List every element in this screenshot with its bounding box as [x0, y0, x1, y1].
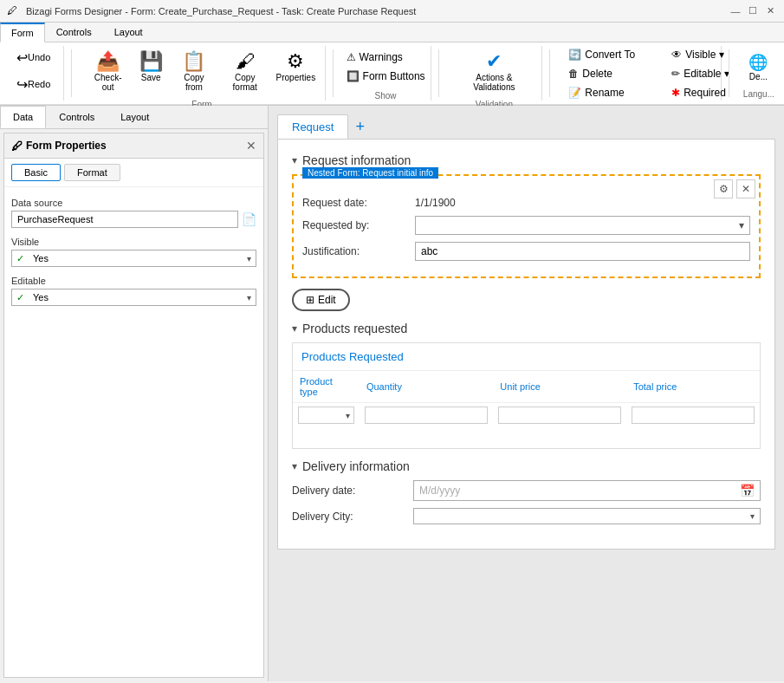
visible-select-wrapper: Yes No ✓ [11, 250, 256, 267]
panel-tab-controls[interactable]: Controls [46, 106, 107, 128]
warnings-label: Warnings [360, 51, 403, 63]
editable-label: Editable ▾ [684, 68, 729, 80]
copy-format-label: Copy format [226, 73, 264, 92]
copy-format-btn[interactable]: 🖌 Copy format [220, 46, 270, 96]
maximize-btn[interactable]: ☐ [746, 4, 760, 18]
redo-btn[interactable]: ↪ Redo [10, 72, 56, 97]
delivery-date-input[interactable]: M/d/yyyy 📅 [413, 480, 761, 501]
sep2 [333, 49, 334, 97]
quantity-input[interactable] [365, 407, 488, 424]
ribbon-tabs: Form Controls Layout [0, 23, 784, 42]
main-area: Request + ▾ Request information Nested F… [269, 106, 784, 681]
add-tab-btn[interactable]: + [355, 118, 365, 136]
delivery-city-arrow: ▾ [750, 511, 755, 521]
col-total-price: Total price [626, 371, 760, 403]
nested-delete-btn[interactable]: ✕ [736, 179, 755, 198]
products-section-content: Products Requested Product type Quantity… [292, 342, 761, 449]
rename-icon: 📝 [568, 87, 581, 99]
products-section-title: Products requested [302, 322, 407, 335]
products-section-header: ▾ Products requested [292, 322, 761, 335]
undo-label: Undo [28, 52, 50, 62]
editable-select[interactable]: Yes No [11, 289, 256, 306]
redo-label: Redo [28, 79, 50, 89]
requested-by-select[interactable]: ▾ [415, 216, 750, 235]
tab-controls[interactable]: Controls [45, 23, 103, 42]
undo-btn[interactable]: ↩ Undo [10, 45, 56, 70]
minimize-btn[interactable]: — [729, 4, 742, 18]
delivery-information-section: ▾ Delivery information Delivery date: M/… [292, 459, 761, 524]
convert-icon: 🔄 [568, 49, 581, 61]
copy-from-btn[interactable]: 📋 Copy from [172, 46, 216, 96]
product-type-select[interactable] [299, 407, 342, 423]
data-source-input[interactable] [11, 211, 238, 228]
col-unit-price: Unit price [493, 371, 626, 403]
controls-group: 🔄 Convert To 🗑 Delete 📝 Rename 👁 Visible… [557, 46, 722, 101]
justification-input[interactable] [415, 242, 750, 261]
panel-title-icon: 🖊 [11, 140, 23, 153]
nested-settings-btn[interactable]: ⚙ [714, 179, 733, 198]
panel-subtabs: Basic Format [4, 159, 263, 187]
delivery-city-label: Delivery City: [292, 511, 413, 523]
nested-form-label: Nested Form: Request initial info [302, 167, 438, 179]
left-panel: Data Controls Layout 🖊 Form Properties ✕… [0, 106, 269, 681]
checkout-icon: 📤 [96, 50, 120, 73]
de-icon: 🌐 [748, 53, 768, 72]
validation-group: ✔ Actions & Validations Validation [446, 46, 542, 101]
warnings-btn[interactable]: ⚠ Warnings [342, 49, 430, 66]
save-btn[interactable]: 💾 Save [133, 46, 168, 87]
properties-btn[interactable]: ⚙ Properties [274, 46, 318, 87]
delivery-section-header: ▾ Delivery information [292, 459, 761, 473]
quantity-cell [360, 403, 493, 428]
main-layout: Data Controls Layout 🖊 Form Properties ✕… [0, 106, 784, 681]
undo-group-label [10, 101, 56, 102]
products-thead: Product type Quantity Unit price Total p… [293, 371, 760, 403]
edit-label: Edit [318, 294, 336, 306]
visible-field: Visible Yes No ✓ [11, 237, 256, 267]
request-section-title: Request information [302, 153, 411, 167]
data-source-icon[interactable]: 📄 [242, 212, 256, 226]
sep3 [438, 49, 439, 97]
requested-by-row: Requested by: ▾ [302, 216, 750, 235]
tab-layout[interactable]: Layout [103, 23, 154, 42]
rename-btn[interactable]: 📝 Rename [564, 84, 639, 101]
panel-tab-data[interactable]: Data [0, 106, 46, 128]
form-buttons-label: Form Buttons [363, 70, 425, 82]
checkout-btn[interactable]: 📤 Check-out [86, 46, 130, 96]
request-toggle-icon[interactable]: ▾ [292, 154, 297, 166]
table-row-extra [293, 427, 760, 448]
edit-btn-container: ⊞ Edit [292, 285, 761, 311]
total-price-input[interactable] [632, 407, 755, 424]
tab-form[interactable]: Form [0, 23, 45, 42]
convert-to-btn[interactable]: 🔄 Convert To [564, 46, 639, 63]
editable-btn[interactable]: ✏ Editable ▾ [667, 65, 734, 82]
sep1 [71, 49, 72, 97]
justification-row: Justification: [302, 242, 750, 261]
panel-close-btn[interactable]: ✕ [246, 139, 256, 153]
required-btn[interactable]: ✱ Required [667, 84, 734, 101]
warnings-icon: ⚠ [347, 51, 356, 63]
undo-icon: ↩ [16, 49, 28, 66]
panel-tab-layout[interactable]: Layout [107, 106, 162, 128]
undo-group: ↩ Undo ↪ Redo [3, 46, 64, 101]
show-group: ⚠ Warnings 🔲 Form Buttons Show [340, 46, 432, 101]
actions-validations-btn[interactable]: ✔ Actions & Validations [453, 46, 535, 96]
visible-btn[interactable]: 👁 Visible ▾ [667, 46, 734, 63]
form-buttons-btn[interactable]: 🔲 Form Buttons [342, 68, 430, 85]
delivery-date-row: Delivery date: M/d/yyyy 📅 [292, 480, 761, 501]
panel-subtab-format[interactable]: Format [64, 164, 120, 181]
unit-price-input[interactable] [498, 407, 621, 424]
convert-label: Convert To [585, 49, 635, 61]
delivery-toggle-icon[interactable]: ▾ [292, 460, 297, 472]
close-btn[interactable]: ✕ [763, 4, 777, 18]
visible-select[interactable]: Yes No [11, 250, 256, 267]
validation-buttons: ✔ Actions & Validations [453, 46, 535, 96]
request-information-header: ▾ Request information [292, 153, 761, 167]
visible-label: Visible ▾ [685, 49, 723, 61]
form-tab-request[interactable]: Request [277, 114, 348, 139]
products-toggle-icon[interactable]: ▾ [292, 322, 297, 335]
edit-btn[interactable]: ⊞ Edit [292, 289, 350, 311]
delivery-city-select[interactable]: ▾ [413, 508, 761, 524]
de-btn[interactable]: 🌐 De... [741, 49, 775, 86]
delete-btn[interactable]: 🗑 Delete [564, 65, 639, 82]
panel-subtab-basic[interactable]: Basic [11, 164, 61, 181]
